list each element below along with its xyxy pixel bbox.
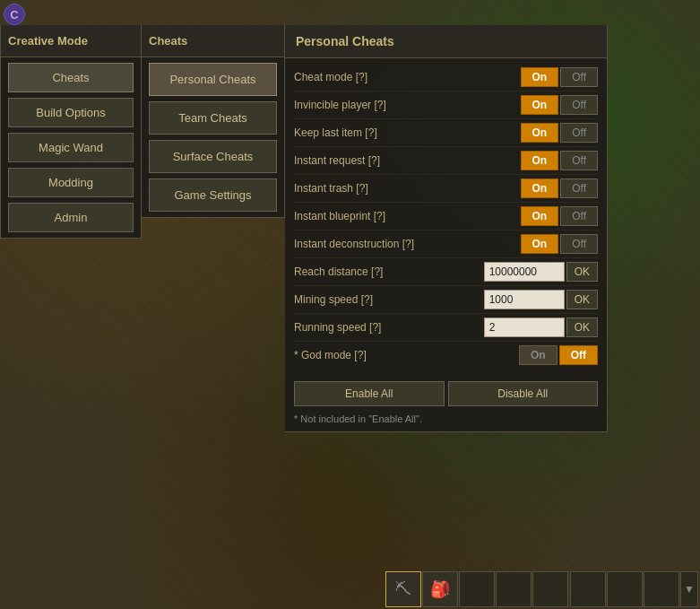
toggle-instant-deconstruction: On Off: [521, 234, 598, 254]
scroll-btn[interactable]: ▼: [680, 571, 698, 607]
nav-btn-build-options[interactable]: Build Options: [8, 98, 134, 127]
option-instant-deconstruction: Instant deconstruction [?] On Off: [294, 231, 598, 258]
option-label-invincible-player: Invincible player [?]: [294, 99, 521, 111]
hotbar-slot-extra-3[interactable]: [644, 571, 679, 607]
btn-disable-all[interactable]: Disable All: [448, 381, 599, 406]
btn-ok-reach-distance[interactable]: OK: [566, 262, 598, 282]
btn-off-instant-deconstruction[interactable]: Off: [560, 234, 598, 254]
hotbar-slot-4[interactable]: [496, 571, 531, 607]
input-group-mining-speed: OK: [484, 290, 598, 309]
nav-btn-modding[interactable]: Modding: [8, 168, 134, 197]
input-running-speed[interactable]: [484, 318, 565, 337]
toggle-instant-blueprint: On Off: [521, 206, 598, 226]
option-label-instant-request: Instant request [?]: [294, 154, 521, 167]
option-label-keep-last-item: Keep last item [?]: [294, 126, 521, 139]
personal-cheats-title: Personal Cheats: [285, 25, 607, 58]
toggle-invincible-player: On Off: [521, 95, 598, 115]
input-reach-distance[interactable]: [484, 262, 565, 282]
btn-on-keep-last-item[interactable]: On: [521, 123, 559, 143]
nav-btn-personal-cheats[interactable]: Personal Cheats: [149, 63, 277, 96]
option-label-instant-blueprint: Instant blueprint [?]: [294, 210, 521, 222]
option-label-cheat-mode: Cheat mode [?]: [294, 71, 521, 83]
options-list: Cheat mode [?] On Off Invincible player …: [285, 58, 607, 374]
option-instant-trash: Instant trash [?] On Off: [294, 175, 598, 203]
btn-on-god-mode[interactable]: On: [519, 345, 557, 365]
toggle-instant-request: On Off: [521, 151, 598, 170]
nav-btn-team-cheats[interactable]: Team Cheats: [149, 101, 277, 135]
btn-enable-all[interactable]: Enable All: [294, 381, 445, 406]
hotbar-slots: ⛏ 🎒: [385, 571, 568, 607]
nav-btn-game-settings[interactable]: Game Settings: [149, 178, 277, 212]
btn-off-instant-request[interactable]: Off: [560, 151, 598, 170]
option-label-god-mode: * God mode [?]: [294, 349, 519, 361]
btn-on-instant-request[interactable]: On: [521, 151, 559, 170]
option-invincible-player: Invincible player [?] On Off: [294, 91, 598, 119]
toggle-cheat-mode: On Off: [521, 67, 598, 87]
hotbar-slot-1[interactable]: ⛏: [385, 571, 421, 607]
hotbar-right-slots: ▼: [570, 571, 698, 607]
btn-on-cheat-mode[interactable]: On: [521, 67, 559, 87]
hotbar-slot-5[interactable]: [532, 571, 568, 607]
toggle-god-mode: On Off: [519, 345, 598, 365]
option-label-running-speed: Running speed [?]: [294, 321, 484, 334]
option-label-mining-speed: Mining speed [?]: [294, 293, 484, 306]
option-label-reach-distance: Reach distance [?]: [294, 265, 484, 278]
option-label-instant-deconstruction: Instant deconstruction [?]: [294, 238, 521, 250]
cheats-title: Cheats: [142, 25, 284, 57]
input-group-running-speed: OK: [484, 318, 598, 337]
option-god-mode: * God mode [?] On Off: [294, 342, 598, 369]
btn-off-keep-last-item[interactable]: Off: [560, 123, 598, 143]
btn-ok-running-speed[interactable]: OK: [566, 318, 598, 337]
btn-off-invincible-player[interactable]: Off: [560, 95, 598, 115]
btn-off-god-mode[interactable]: Off: [559, 345, 598, 365]
btn-on-invincible-player[interactable]: On: [521, 95, 559, 115]
nav-btn-admin[interactable]: Admin: [8, 203, 134, 232]
input-group-reach-distance: OK: [484, 262, 598, 282]
btn-on-instant-blueprint[interactable]: On: [521, 206, 559, 226]
option-label-instant-trash: Instant trash [?]: [294, 182, 521, 195]
creative-mode-title: Creative Mode: [1, 25, 141, 57]
option-instant-request: Instant request [?] On Off: [294, 147, 598, 175]
toggle-instant-trash: On Off: [521, 178, 598, 198]
creative-mode-panel: Creative Mode Cheats Build Options Magic…: [0, 25, 142, 239]
option-cheat-mode: Cheat mode [?] On Off: [294, 64, 598, 91]
cheats-panel: Cheats Personal Cheats Team Cheats Surfa…: [142, 25, 285, 218]
btn-on-instant-trash[interactable]: On: [521, 178, 559, 198]
btn-ok-mining-speed[interactable]: OK: [566, 290, 598, 309]
toggle-keep-last-item: On Off: [521, 123, 598, 143]
option-mining-speed: Mining speed [?] OK: [294, 286, 598, 314]
nav-btn-surface-cheats[interactable]: Surface Cheats: [149, 140, 277, 173]
hotbar-slot-extra-1[interactable]: [570, 571, 606, 607]
option-keep-last-item: Keep last item [?] On Off: [294, 119, 598, 147]
btn-off-instant-blueprint[interactable]: Off: [560, 206, 598, 226]
hotbar-slot-3[interactable]: [459, 571, 495, 607]
btn-on-instant-deconstruction[interactable]: On: [521, 234, 559, 254]
btn-off-cheat-mode[interactable]: Off: [560, 67, 598, 87]
personal-cheats-panel: Personal Cheats Cheat mode [?] On Off In…: [285, 25, 608, 432]
footnote: * Not included in "Enable All".: [285, 410, 607, 431]
nav-btn-cheats[interactable]: Cheats: [8, 63, 134, 92]
app-logo: C: [4, 4, 25, 25]
bottom-actions: Enable All Disable All: [285, 374, 607, 410]
nav-btn-magic-wand[interactable]: Magic Wand: [8, 133, 134, 162]
option-running-speed: Running speed [?] OK: [294, 314, 598, 342]
input-mining-speed[interactable]: [484, 290, 565, 309]
hotbar-slot-extra-2[interactable]: [607, 571, 643, 607]
btn-off-instant-trash[interactable]: Off: [560, 178, 598, 198]
option-reach-distance: Reach distance [?] OK: [294, 258, 598, 286]
hotbar: ⛏ 🎒 ▼: [0, 564, 700, 609]
option-instant-blueprint: Instant blueprint [?] On Off: [294, 203, 598, 231]
hotbar-slot-2[interactable]: 🎒: [422, 571, 458, 607]
